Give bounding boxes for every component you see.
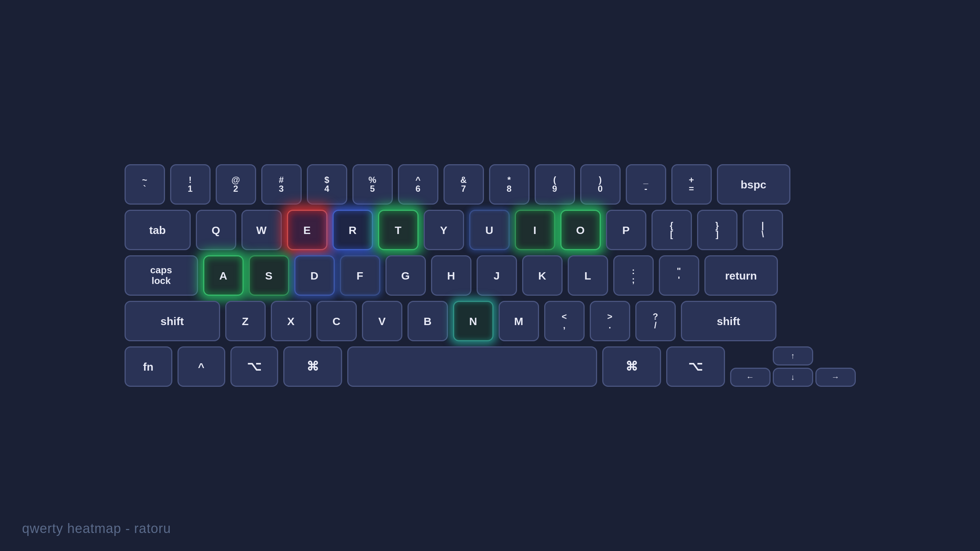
key-d[interactable]: D: [294, 255, 335, 296]
key-4[interactable]: $ 4: [307, 164, 347, 205]
key-backslash[interactable]: | \: [743, 210, 783, 250]
key-r[interactable]: R: [332, 210, 373, 250]
key-l[interactable]: L: [568, 255, 608, 296]
key-z[interactable]: Z: [225, 301, 266, 341]
key-arrow-left[interactable]: ←: [730, 368, 770, 387]
key-6[interactable]: ^ 6: [398, 164, 438, 205]
key-arrow-right[interactable]: →: [815, 368, 856, 387]
key-a[interactable]: A: [203, 255, 243, 296]
key-n[interactable]: N: [453, 301, 493, 341]
key-0[interactable]: ) 0: [580, 164, 620, 205]
key-u[interactable]: U: [469, 210, 510, 250]
key-semicolon[interactable]: : ;: [613, 255, 654, 296]
key-v[interactable]: V: [362, 301, 402, 341]
key-h[interactable]: H: [431, 255, 471, 296]
key-q[interactable]: Q: [196, 210, 236, 250]
arrow-up-row: ↑: [730, 346, 856, 365]
key-period[interactable]: > .: [590, 301, 630, 341]
key-2[interactable]: @ 2: [216, 164, 256, 205]
key-capslock[interactable]: caps lock: [124, 255, 198, 296]
key-7[interactable]: & 7: [444, 164, 484, 205]
key-s[interactable]: S: [249, 255, 289, 296]
key-x[interactable]: X: [271, 301, 311, 341]
key-p[interactable]: P: [606, 210, 646, 250]
zxcv-row: shift Z X C V B N M < , > .: [124, 301, 856, 341]
key-t[interactable]: T: [378, 210, 418, 250]
watermark-label: qwerty heatmap - ratoru: [22, 521, 171, 536]
key-shift-right[interactable]: shift: [681, 301, 776, 341]
key-y[interactable]: Y: [424, 210, 464, 250]
key-c[interactable]: C: [317, 301, 357, 341]
key-backspace[interactable]: bspc: [717, 164, 791, 205]
keyboard: ~ ` ! 1 @ 2 # 3 $ 4 % 5 ^ 6 & 7: [102, 142, 878, 409]
key-w[interactable]: W: [242, 210, 282, 250]
key-slash[interactable]: ? /: [635, 301, 676, 341]
key-equal[interactable]: + =: [671, 164, 712, 205]
key-comma[interactable]: < ,: [544, 301, 585, 341]
key-tab[interactable]: tab: [124, 210, 191, 250]
key-3[interactable]: # 3: [261, 164, 302, 205]
key-shift-left[interactable]: shift: [124, 301, 220, 341]
key-arrow-down[interactable]: ↓: [773, 368, 813, 387]
key-alt-right[interactable]: ⌥: [666, 346, 725, 387]
key-arrow-up[interactable]: ↑: [773, 346, 813, 365]
key-control[interactable]: ^: [178, 346, 225, 387]
key-1[interactable]: ! 1: [170, 164, 210, 205]
arrow-cluster: ↑ ← ↓ →: [730, 346, 856, 387]
qwerty-row: tab Q W E R T Y U I O P: [124, 210, 856, 250]
key-o[interactable]: O: [560, 210, 601, 250]
key-return[interactable]: return: [705, 255, 778, 296]
key-minus[interactable]: _ -: [626, 164, 666, 205]
arrow-lr-row: ← ↓ →: [730, 368, 856, 387]
key-space[interactable]: [347, 346, 597, 387]
key-8[interactable]: * 8: [489, 164, 530, 205]
key-quote[interactable]: " ': [659, 255, 699, 296]
key-5[interactable]: % 5: [352, 164, 393, 205]
key-b[interactable]: B: [407, 301, 448, 341]
bottom-row: fn ^ ⌥ ⌘ ⌘ ⌥ ↑ ←: [124, 346, 856, 387]
key-tilde[interactable]: ~ `: [124, 164, 165, 205]
key-e[interactable]: E: [287, 210, 328, 250]
key-i[interactable]: I: [515, 210, 555, 250]
key-g[interactable]: G: [385, 255, 426, 296]
key-f[interactable]: F: [340, 255, 380, 296]
key-j[interactable]: J: [477, 255, 517, 296]
number-row: ~ ` ! 1 @ 2 # 3 $ 4 % 5 ^ 6 & 7: [124, 164, 856, 205]
key-lbracket[interactable]: { [: [652, 210, 692, 250]
key-cmd-left[interactable]: ⌘: [283, 346, 342, 387]
key-m[interactable]: M: [499, 301, 539, 341]
key-rbracket[interactable]: } ]: [697, 210, 738, 250]
key-cmd-right[interactable]: ⌘: [602, 346, 661, 387]
key-alt-left[interactable]: ⌥: [231, 346, 278, 387]
key-fn[interactable]: fn: [124, 346, 172, 387]
key-k[interactable]: K: [522, 255, 563, 296]
key-9[interactable]: ( 9: [535, 164, 575, 205]
asdf-row: caps lock A S D F G H J K L : ;: [124, 255, 856, 296]
